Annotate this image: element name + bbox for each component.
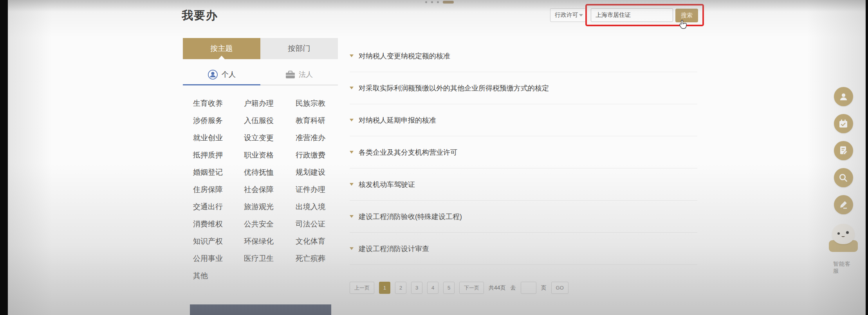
- category-link[interactable]: 准营准办: [296, 129, 328, 147]
- search-icon[interactable]: [834, 168, 853, 187]
- carousel-dot[interactable]: [437, 1, 439, 3]
- pagination-page-button[interactable]: 4: [427, 282, 439, 294]
- category-link[interactable]: 住房保障: [193, 181, 244, 198]
- calendar-check-icon[interactable]: [834, 114, 853, 133]
- category-link[interactable]: 司法公证: [296, 215, 328, 233]
- expand-triangle-icon: [350, 54, 354, 57]
- pagination-total: 共44页: [489, 284, 506, 291]
- subtab-legal-person[interactable]: 法人: [260, 68, 338, 81]
- pagination-pages: 12345: [379, 282, 455, 294]
- category-link[interactable]: 职业资格: [244, 147, 296, 164]
- category-link[interactable]: 行政缴费: [296, 147, 328, 164]
- expand-triangle-icon: [350, 183, 354, 186]
- pagination-page-button[interactable]: 5: [443, 282, 455, 294]
- subtab-legal-person-label: 法人: [299, 70, 313, 79]
- service-list-item[interactable]: 对采取实际利润额预缴以外的其他企业所得税预缴方式的核定: [350, 72, 697, 104]
- pagination-page-button[interactable]: 3: [411, 282, 422, 294]
- pagination-go-button[interactable]: GO: [551, 282, 568, 294]
- carousel-active-dot[interactable]: [443, 1, 454, 4]
- active-tab-notch: [218, 56, 225, 59]
- category-link[interactable]: 公用事业: [193, 250, 244, 267]
- user-icon[interactable]: [834, 87, 853, 106]
- expand-triangle-icon: [350, 247, 354, 250]
- service-title: 建设工程消防验收(特殊建设工程): [359, 212, 462, 221]
- tab-by-department[interactable]: 按部门: [260, 38, 338, 59]
- category-link[interactable]: 交通出行: [193, 198, 244, 215]
- category-link[interactable]: 死亡殡葬: [296, 250, 328, 267]
- expand-triangle-icon: [350, 215, 354, 218]
- person-circle-icon: [208, 69, 218, 80]
- category-link[interactable]: 规划建设: [296, 164, 328, 181]
- assistant-mascot[interactable]: [828, 224, 859, 252]
- category-link[interactable]: 文化体育: [296, 233, 328, 250]
- pagination-goto-suffix: 页: [541, 284, 547, 291]
- service-title: 核发机动车驾驶证: [359, 180, 415, 189]
- service-list-item[interactable]: 对纳税人变更纳税定额的核准: [350, 40, 697, 72]
- service-list-item[interactable]: 各类企业及其分支机构营业许可: [350, 136, 697, 168]
- service-list: 对纳税人变更纳税定额的核准 对采取实际利润额预缴以外的其他企业所得税预缴方式的核…: [350, 40, 697, 265]
- subtab-underline: [183, 84, 338, 85]
- category-link[interactable]: 抵押质押: [193, 147, 244, 164]
- entity-subtabs: 个人 法人: [183, 68, 338, 81]
- pagination-prev-button[interactable]: 上一页: [350, 282, 374, 294]
- panel-tabs: 按主题 按部门: [183, 38, 338, 59]
- category-link[interactable]: 入伍服役: [244, 112, 296, 129]
- category-link[interactable]: 民族宗教: [296, 95, 328, 112]
- briefcase-icon: [285, 71, 295, 79]
- service-title: 对纳税人变更纳税定额的核准: [359, 51, 450, 61]
- expand-triangle-icon: [350, 119, 354, 121]
- service-title: 建设工程消防设计审查: [359, 244, 429, 253]
- category-grid: 生育收养户籍办理民族宗教涉侨服务入伍服役教育科研就业创业设立变更准营准办抵押质押…: [193, 95, 328, 284]
- promo-banner-image[interactable]: [190, 304, 331, 315]
- search-input[interactable]: [591, 8, 673, 22]
- category-link[interactable]: 医疗卫生: [244, 250, 296, 267]
- category-link[interactable]: 环保绿化: [244, 233, 296, 250]
- service-title: 对纳税人延期申报的核准: [359, 116, 436, 125]
- category-link[interactable]: 涉侨服务: [193, 112, 244, 129]
- category-link[interactable]: 婚姻登记: [193, 164, 244, 181]
- floating-toolbar: 智能客服: [833, 87, 854, 275]
- carousel-dot[interactable]: [425, 1, 427, 3]
- category-link[interactable]: 消费维权: [193, 215, 244, 233]
- pagination-goto-prefix: 去: [511, 284, 516, 291]
- search-category-select[interactable]: 行政许可: [550, 8, 587, 22]
- service-list-item[interactable]: 核发机动车驾驶证: [350, 168, 697, 201]
- page-title: 我要办: [182, 8, 218, 24]
- category-link[interactable]: 就业创业: [193, 129, 244, 147]
- category-link[interactable]: 知识产权: [193, 233, 244, 250]
- category-link[interactable]: 生育收养: [193, 95, 244, 112]
- pagination-next-button[interactable]: 下一页: [459, 282, 484, 294]
- service-list-item[interactable]: 对纳税人延期申报的核准: [350, 104, 697, 136]
- pencil-icon[interactable]: [834, 195, 853, 214]
- subtab-personal[interactable]: 个人: [183, 68, 260, 81]
- category-panel: 按主题 按部门 个人 法人 生育收养户籍办理民族宗教: [183, 38, 338, 284]
- category-link[interactable]: 公共安全: [244, 215, 296, 233]
- form-edit-icon[interactable]: [834, 141, 853, 160]
- category-link[interactable]: 社会保障: [244, 181, 296, 198]
- category-link[interactable]: 其他: [193, 267, 244, 284]
- pagination-page-button[interactable]: 1: [379, 282, 390, 294]
- category-link[interactable]: 出境入境: [296, 198, 328, 215]
- service-list-item[interactable]: 建设工程消防验收(特殊建设工程): [350, 201, 697, 233]
- service-list-item[interactable]: 建设工程消防设计审查: [350, 233, 697, 265]
- mouse-cursor-hand-icon: [679, 19, 688, 32]
- category-link[interactable]: 教育科研: [296, 112, 328, 129]
- service-title: 对采取实际利润额预缴以外的其他企业所得税预缴方式的核定: [359, 83, 549, 93]
- mascot-face: [832, 224, 855, 244]
- category-link[interactable]: 证件办理: [296, 181, 328, 198]
- category-link[interactable]: 优待抚恤: [244, 164, 296, 181]
- search-category-value: 行政许可: [555, 11, 578, 19]
- pagination-page-button[interactable]: 2: [395, 282, 406, 294]
- subtab-personal-label: 个人: [222, 70, 236, 79]
- assistant-label: 智能客服: [833, 261, 854, 275]
- pagination-goto-input[interactable]: [521, 282, 536, 294]
- category-link[interactable]: 设立变更: [244, 129, 296, 147]
- expand-triangle-icon: [350, 87, 354, 89]
- category-link[interactable]: 旅游观光: [244, 198, 296, 215]
- category-link[interactable]: 户籍办理: [244, 95, 296, 112]
- tab-by-department-label: 按部门: [288, 43, 310, 54]
- tab-by-theme[interactable]: 按主题: [183, 38, 260, 59]
- carousel-indicator: [425, 1, 454, 4]
- pagination: 上一页 12345 下一页 共44页 去 页 GO: [350, 282, 568, 294]
- carousel-dot[interactable]: [431, 1, 433, 3]
